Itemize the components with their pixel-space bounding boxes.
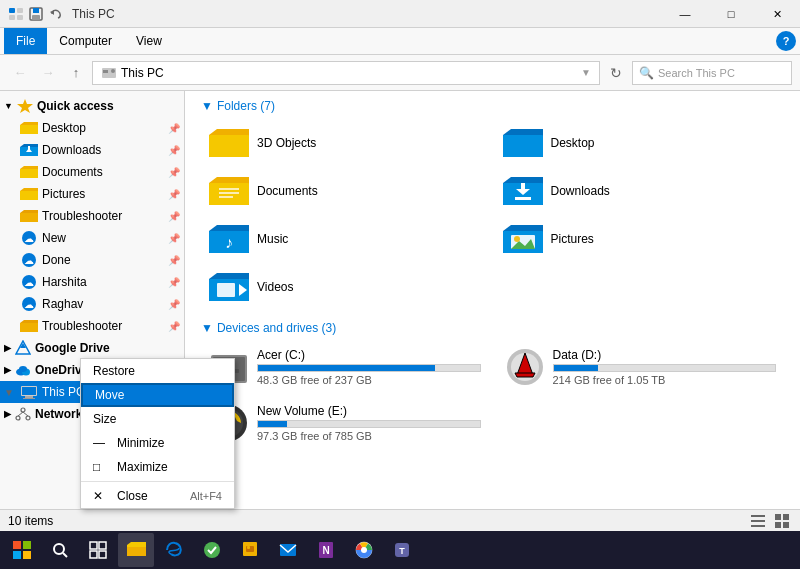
svg-rect-76	[23, 541, 31, 549]
search-icon: 🔍	[639, 66, 654, 80]
tab-view[interactable]: View	[124, 28, 174, 54]
raghav-icon: ☁	[20, 295, 38, 313]
svg-rect-5	[33, 8, 39, 13]
folder-item-3dobjects[interactable]: 3D Objects	[201, 121, 491, 165]
list-view-button[interactable]	[748, 511, 768, 531]
window-controls: — □ ✕	[662, 0, 800, 28]
svg-rect-6	[32, 15, 40, 20]
title-bar-icons	[8, 6, 64, 22]
context-menu-maximize[interactable]: □ Maximize	[81, 455, 234, 479]
folder-item-videos[interactable]: Videos	[201, 265, 491, 309]
svg-point-56	[514, 236, 520, 242]
svg-rect-75	[13, 541, 21, 549]
undo-icon[interactable]	[48, 6, 64, 22]
drive-d-info: Data (D:) 214 GB free of 1.05 TB	[553, 348, 777, 386]
close-button[interactable]: ✕	[754, 0, 800, 28]
search-button[interactable]	[42, 533, 78, 567]
drives-section-header[interactable]: ▼ Devices and drives (3)	[201, 321, 784, 335]
folder-item-music[interactable]: ♪ Music	[201, 217, 491, 261]
sidebar-item-harshita[interactable]: ☁ Harshita 📌	[0, 271, 184, 293]
sidebar-item-pictures[interactable]: Pictures 📌	[0, 183, 184, 205]
svg-rect-69	[751, 520, 765, 522]
drive-d-bar-container	[553, 364, 777, 372]
maximize-button[interactable]: □	[708, 0, 754, 28]
quick-access-icon[interactable]	[8, 6, 24, 22]
pin-icon-ts: 📌	[168, 211, 180, 222]
drive-c-bar-container	[257, 364, 481, 372]
teams-button[interactable]: T	[384, 533, 420, 567]
sidebar-item-done[interactable]: ☁ Done 📌	[0, 249, 184, 271]
file-explorer-button[interactable]	[118, 533, 154, 567]
drive-e-bar	[258, 421, 287, 427]
svg-rect-85	[127, 547, 146, 556]
context-menu-move[interactable]: Move	[81, 383, 234, 407]
context-menu-size[interactable]: Size	[81, 407, 234, 431]
back-button[interactable]: ←	[8, 61, 32, 85]
folder-item-documents[interactable]: Documents	[201, 169, 491, 213]
up-button[interactable]: ↑	[64, 61, 88, 85]
save-icon[interactable]	[28, 6, 44, 22]
address-path[interactable]: This PC ▼	[92, 61, 600, 85]
svg-rect-9	[103, 70, 108, 73]
start-button[interactable]	[4, 533, 40, 567]
folders-grid: 3D Objects Desktop Documents	[201, 121, 784, 309]
troubleshooter2-folder-icon	[20, 317, 38, 335]
google-drive-header[interactable]: ▶ Google Drive	[0, 337, 184, 359]
status-bar: 10 items	[0, 509, 800, 531]
store-button[interactable]	[232, 533, 268, 567]
sidebar-item-desktop[interactable]: Desktop 📌	[0, 117, 184, 139]
drives-collapse-icon: ▼	[201, 321, 213, 335]
minimize-button[interactable]: —	[662, 0, 708, 28]
folder-item-pictures[interactable]: Pictures	[495, 217, 785, 261]
quick-access-header[interactable]: ▼ Quick access	[0, 95, 184, 117]
drive-item-c[interactable]: Acer (C:) 48.3 GB free of 237 GB	[201, 343, 489, 391]
drives-grid: Acer (C:) 48.3 GB free of 237 GB	[201, 343, 784, 447]
search-box[interactable]: 🔍 Search This PC	[632, 61, 792, 85]
refresh-button[interactable]: ↻	[604, 61, 628, 85]
task-view-button[interactable]	[80, 533, 116, 567]
svg-point-38	[16, 416, 20, 420]
forward-button[interactable]: →	[36, 61, 60, 85]
harshita-icon: ☁	[20, 273, 38, 291]
ribbon: File Computer View ?	[0, 28, 800, 55]
drive-c-info: Acer (C:) 48.3 GB free of 237 GB	[257, 348, 481, 386]
sidebar-item-troubleshooter2[interactable]: Troubleshooter 📌	[0, 315, 184, 337]
onenote-button[interactable]: N	[308, 533, 344, 567]
context-menu-restore[interactable]: Restore	[81, 359, 234, 383]
drive-item-e[interactable]: New Volume (E:) 97.3 GB free of 785 GB	[201, 399, 489, 447]
svg-text:☁: ☁	[24, 299, 34, 310]
folder-icon-documents	[209, 173, 249, 209]
edge-button[interactable]	[156, 533, 192, 567]
context-menu-close[interactable]: ✕ Close Alt+F4	[81, 484, 234, 508]
context-menu-minimize[interactable]: — Minimize	[81, 431, 234, 455]
folder-item-desktop[interactable]: Desktop	[495, 121, 785, 165]
mail-button[interactable]	[270, 533, 306, 567]
help-button[interactable]: ?	[776, 31, 796, 51]
chrome-button[interactable]	[346, 533, 382, 567]
tab-file[interactable]: File	[4, 28, 47, 54]
svg-point-37	[21, 408, 25, 412]
done-icon: ☁	[20, 251, 38, 269]
svg-rect-27	[20, 323, 38, 332]
sidebar-item-documents[interactable]: Documents 📌	[0, 161, 184, 183]
svg-point-95	[361, 547, 367, 553]
collapse-icon: ▼	[201, 99, 213, 113]
svg-rect-77	[13, 551, 21, 559]
svg-rect-42	[209, 135, 249, 157]
svg-point-39	[26, 416, 30, 420]
pin-icon-raghav: 📌	[168, 299, 180, 310]
pin-icon-ts2: 📌	[168, 321, 180, 332]
grid-view-button[interactable]	[772, 511, 792, 531]
taskbar: N T	[0, 531, 800, 569]
folders-section-header[interactable]: ▼ Folders (7)	[201, 99, 784, 113]
sidebar-item-raghav[interactable]: ☁ Raghav 📌	[0, 293, 184, 315]
status-items-count: 10 items	[8, 514, 748, 528]
check-button[interactable]	[194, 533, 230, 567]
sidebar-item-new[interactable]: ☁ New 📌	[0, 227, 184, 249]
pin-icon: 📌	[168, 123, 180, 134]
folder-item-downloads[interactable]: Downloads	[495, 169, 785, 213]
tab-computer[interactable]: Computer	[47, 28, 124, 54]
drive-item-d[interactable]: Data (D:) 214 GB free of 1.05 TB	[497, 343, 785, 391]
sidebar-item-downloads[interactable]: Downloads 📌	[0, 139, 184, 161]
sidebar-item-troubleshooter[interactable]: Troubleshooter 📌	[0, 205, 184, 227]
